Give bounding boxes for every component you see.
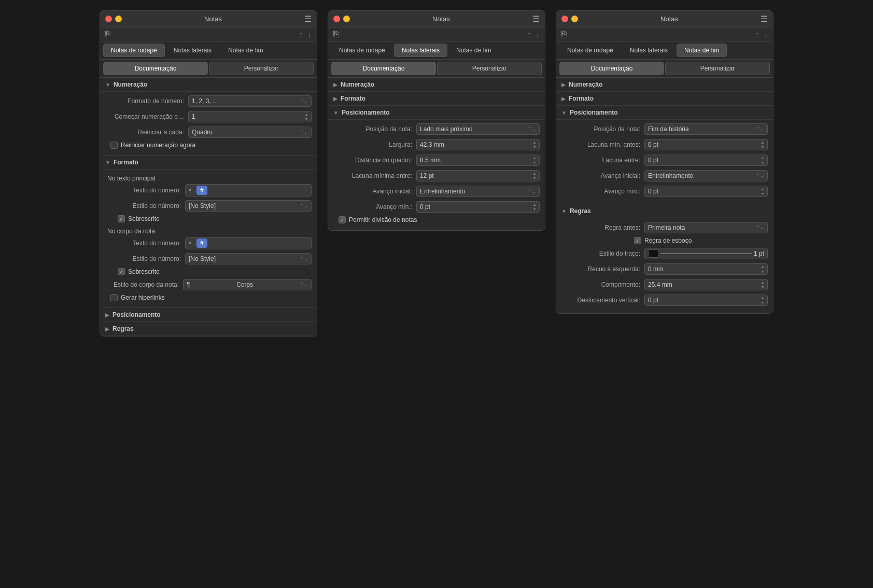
select-regra-antes[interactable]: Primeira nota ⌃⌄	[644, 222, 768, 233]
tab-laterais-3[interactable]: Notas laterais	[622, 44, 675, 57]
select-posicao-nota-3[interactable]: Fim da história ⌃⌄	[644, 123, 768, 135]
tab-rodape-3[interactable]: Notas de rodapé	[559, 44, 621, 57]
input-comprimento[interactable]: 25.4 mm ▲ ▼	[644, 279, 768, 290]
checkbox-regra-esboco[interactable]	[634, 237, 641, 244]
section-header-posicionamento-3[interactable]: Posicionamento	[556, 106, 773, 120]
menu-icon-2[interactable]: ☰	[532, 14, 540, 24]
input-comecar-numeracao[interactable]: 1 ▲ ▼	[188, 111, 312, 122]
tab-group-1: Notas de rodapé Notas laterais Notas de …	[100, 41, 317, 60]
minimize-button-3[interactable]	[571, 16, 578, 22]
section-header-posicionamento-2[interactable]: Posicionamento	[328, 106, 545, 120]
stepper-distancia-quadro[interactable]: ▲ ▼	[530, 156, 539, 165]
input-lacuna-min-antes[interactable]: 0 pt ▲ ▼	[644, 139, 768, 150]
stepper-lacuna-entre[interactable]: ▲ ▼	[758, 156, 767, 165]
tab-fim-3[interactable]: Notas de fim	[677, 44, 727, 57]
close-button-1[interactable]	[105, 16, 112, 22]
tab-rodape-2[interactable]: Notas de rodapé	[331, 44, 393, 57]
section-posicionamento-1: Posicionamento	[100, 308, 317, 322]
stepper-avanco-min-2[interactable]: ▲ ▼	[530, 202, 539, 212]
down-arrow-2[interactable]: ↓	[536, 30, 540, 38]
section-header-numeracao-2[interactable]: Numeração	[328, 78, 545, 92]
select-estilo-numero-main[interactable]: [No Style] ⌃⌄	[185, 200, 312, 212]
menu-icon-3[interactable]: ☰	[761, 14, 768, 24]
select-estilo-corpo-nota[interactable]: ¶ Corps ⌃⌄	[183, 279, 312, 290]
stepper-down[interactable]: ▼	[304, 117, 309, 121]
menu-icon-1[interactable]: ☰	[304, 14, 312, 24]
label-estilo-numero-main: Estilo do número:	[112, 202, 185, 209]
tab-laterais-2[interactable]: Notas laterais	[394, 44, 447, 57]
stepper-avanco-min-3[interactable]: ▲ ▼	[758, 187, 767, 196]
subheading-corpo-nota: No corpo da nota	[105, 226, 312, 237]
input-avanco-min-2[interactable]: 0 pt ▲ ▼	[416, 201, 540, 213]
input-largura-2[interactable]: 42.3 mm ▲ ▼	[416, 139, 540, 150]
input-avanco-min-3[interactable]: 0 pt ▲ ▼	[644, 186, 768, 197]
dropdown-texto-numero-main[interactable]: ▼ #	[185, 184, 312, 197]
up-arrow-2[interactable]: ↑	[527, 30, 531, 38]
input-recuo-esquerda[interactable]: 0 mm ▲ ▼	[644, 263, 768, 275]
badge-body: #	[196, 239, 207, 248]
select-posicao-nota-2[interactable]: Lado mais próximo ⌃⌄	[416, 123, 540, 135]
up-arrow-1[interactable]: ↑	[299, 30, 303, 38]
input-lacuna-entre[interactable]: 0 pt ▲ ▼	[644, 155, 768, 166]
subtab-custom-2[interactable]: Personalizar	[437, 62, 542, 75]
color-swatch-traco[interactable]	[648, 249, 658, 258]
label-estilo-numero-body: Estilo do número:	[112, 255, 185, 262]
label-estilo-corpo-nota: Estilo do corpo da nota:	[105, 281, 183, 288]
checkbox-sobrescrito-main[interactable]	[118, 215, 125, 222]
input-distancia-quadro[interactable]: 8.5 mm ▲ ▼	[416, 155, 540, 166]
dropdown-texto-numero-body[interactable]: ▼ #	[185, 237, 312, 249]
select-avanco-inicial-3[interactable]: Entrelinhamento ⌃⌄	[644, 170, 768, 181]
subtab-doc-1[interactable]: Documentação	[103, 62, 208, 75]
section-header-formato-3[interactable]: Formato	[556, 92, 773, 106]
select-estilo-numero-body[interactable]: [No Style] ⌃⌄	[185, 253, 312, 264]
stepper-comprimento[interactable]: ▲ ▼	[758, 280, 767, 289]
checkbox-reiniciar-agora[interactable]	[110, 142, 118, 149]
stepper-recuo-esquerda[interactable]: ▲ ▼	[758, 264, 767, 274]
tab-rodape-1[interactable]: Notas de rodapé	[103, 44, 165, 57]
section-header-regras-1[interactable]: Regras	[100, 322, 317, 336]
section-header-regras-3[interactable]: Regras	[556, 204, 773, 218]
subtab-doc-2[interactable]: Documentação	[331, 62, 436, 75]
label-formato-numero: Formato de número:	[105, 97, 188, 105]
select-formato-numero[interactable]: 1, 2, 3, ... ⌃⌄	[188, 95, 312, 107]
stepper-lacuna-min-antes[interactable]: ▲ ▼	[758, 140, 767, 149]
stepper-comecar-numeracao[interactable]: ▲ ▼	[302, 112, 311, 121]
tab-laterais-1[interactable]: Notas laterais	[166, 44, 219, 57]
copy-icon-1[interactable]: ⎘	[105, 30, 110, 39]
copy-icon-3[interactable]: ⎘	[561, 30, 567, 39]
section-regras-3: Regras Regra antes: Primeira nota ⌃⌄ Reg…	[556, 204, 773, 313]
copy-icon-2[interactable]: ⎘	[333, 30, 339, 39]
minimize-button-2[interactable]	[343, 16, 350, 22]
minimize-button-1[interactable]	[115, 16, 122, 22]
select-reiniciar-cada[interactable]: Quadro ⌃⌄	[188, 127, 312, 138]
stepper-deslocamento-vertical[interactable]: ▲ ▼	[758, 296, 767, 305]
select-avanco-inicial-2[interactable]: Entrelinhamento ⌃⌄	[416, 186, 540, 197]
checkbox-permitir-divisao[interactable]	[339, 216, 346, 223]
stepper-lacuna-minima[interactable]: ▲ ▼	[530, 171, 539, 180]
section-header-formato-2[interactable]: Formato	[328, 92, 545, 106]
down-arrow-3[interactable]: ↓	[764, 30, 768, 38]
checkbox-sobrescrito-body[interactable]	[118, 268, 125, 275]
subtab-custom-3[interactable]: Personalizar	[665, 62, 770, 75]
label-regra-antes: Regra antes:	[561, 224, 644, 231]
section-header-posicionamento-1[interactable]: Posicionamento	[100, 308, 317, 322]
stepper-up[interactable]: ▲	[304, 112, 309, 117]
tab-fim-2[interactable]: Notas de fim	[448, 44, 499, 57]
checkbox-gerar-hiperlinks[interactable]	[110, 294, 118, 301]
close-button-2[interactable]	[333, 16, 340, 22]
section-header-formato-1[interactable]: Formato	[100, 156, 317, 170]
stepper-largura[interactable]: ▲ ▼	[530, 140, 539, 149]
section-header-numeracao-1[interactable]: Numeração	[100, 78, 317, 92]
subtab-doc-3[interactable]: Documentação	[559, 62, 664, 75]
section-header-numeracao-3[interactable]: Numeração	[556, 78, 773, 92]
up-arrow-3[interactable]: ↑	[755, 30, 759, 38]
row-avanco-inicial-2: Avanço inicial: Entrelinhamento ⌃⌄	[333, 185, 540, 198]
section-label-formato-1: Formato	[114, 159, 138, 166]
input-lacuna-minima-entre[interactable]: 12 pt ▲ ▼	[416, 170, 540, 181]
subtab-custom-1[interactable]: Personalizar	[209, 62, 314, 75]
input-deslocamento-vertical[interactable]: 0 pt ▲ ▼	[644, 295, 768, 306]
line-style-control[interactable]: 1 pt	[644, 248, 768, 259]
down-arrow-1[interactable]: ↓	[308, 30, 312, 38]
close-button-3[interactable]	[561, 16, 568, 22]
tab-fim-1[interactable]: Notas de fim	[220, 44, 271, 57]
